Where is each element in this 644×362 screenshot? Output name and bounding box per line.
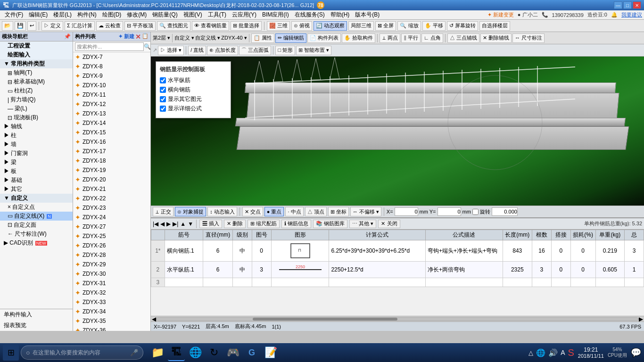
taskbar-app-browser[interactable]: 🌐	[187, 344, 204, 361]
comp-item-zdyx29[interactable]: ✦ZDYX-29	[73, 260, 150, 269]
comp-item-zdyx31[interactable]: ✦ZDYX-31	[73, 279, 150, 288]
comp-item-zdyx33[interactable]: ✦ZDYX-33	[73, 297, 150, 307]
btn-comp-list[interactable]: 📄 构件列表	[307, 33, 341, 43]
single-component-input[interactable]: 单构件输入	[0, 309, 73, 320]
sidebar-item-other[interactable]: ▶ 其它	[0, 185, 73, 194]
btn-dynamic-obs[interactable]: 🔄 动态观察	[314, 21, 347, 31]
sidebar-item-custom-face[interactable]: ⊡ 自定义面	[0, 221, 73, 230]
floor-dropdown[interactable]: 第2层 ▾	[153, 34, 170, 41]
taskbar-search[interactable]: ○ 在这里输入你要搜索的内容 🎤	[21, 346, 143, 360]
sidebar-item-custom-line[interactable]: ▭ 自定义线(X) N	[0, 212, 73, 221]
sidebar-item-slab[interactable]: ⊡现浇板(B)	[0, 113, 73, 122]
btn-select-floor[interactable]: 自选择楼层	[479, 21, 510, 31]
rebar-table-wrapper[interactable]: 筋号 直径(mm) 级别 图号 图形 计算公式 公式描述 长度(mm) 根数 搭…	[151, 230, 644, 316]
formula-1[interactable]: 6.25*d+39*d+300+39*d+6.25*d	[329, 240, 426, 262]
btn-top-view[interactable]: ⊙ 俯视	[291, 21, 312, 31]
menu-view[interactable]: 视图(V)	[181, 10, 205, 19]
taskbar-app-edit[interactable]: 📝	[262, 344, 279, 361]
length-1[interactable]: 843	[503, 240, 532, 262]
select-dropdown[interactable]: ▷ 选择 ▾	[158, 46, 184, 55]
y-input[interactable]	[438, 207, 461, 216]
btn-line[interactable]: / 直线	[188, 46, 206, 55]
btn-save[interactable]: 💾	[15, 21, 26, 31]
menu-floor[interactable]: 楼层(L)	[50, 10, 74, 19]
3d-canvas[interactable]: X Y Z 钢筋显示控制面板 水平纵筋	[151, 57, 644, 206]
length-2[interactable]: 2325	[503, 262, 532, 278]
comp-item-zdyx24[interactable]: ✦ZDYX-24	[73, 213, 150, 222]
btn-3d[interactable]: 🧱 三维	[267, 21, 290, 31]
btn-no-offset[interactable]: ↔ 不偏移 ▾	[350, 207, 381, 216]
menu-draw[interactable]: 绘图(D)	[99, 10, 124, 19]
btn-three-point-aux[interactable]: △ 三点辅线	[447, 33, 479, 43]
fig-num-2[interactable]: 3	[252, 262, 271, 278]
btn-coord[interactable]: ⊞ 坐标	[328, 207, 349, 216]
comp-item-zdyx20[interactable]: ✦ZDYX-20	[73, 175, 150, 184]
splice-1[interactable]: 0	[551, 240, 570, 262]
comp-item-zdyx11[interactable]: ✦ZDYX-11	[73, 90, 150, 99]
sidebar-item-shear-wall[interactable]: |剪力墙(Q)	[0, 95, 73, 104]
maximize-button[interactable]: □	[623, 1, 632, 9]
formula-3[interactable]	[329, 278, 426, 287]
sidebar-item-col[interactable]: ▶ 柱	[0, 131, 73, 140]
comp-item-zdyx22[interactable]: ✦ZDYX-22	[73, 194, 150, 203]
gd-icon[interactable]: ● 广小二	[518, 11, 538, 18]
rotate-checkbox[interactable]	[472, 209, 479, 215]
menu-modify[interactable]: 修改(M)	[124, 10, 149, 19]
zdyx-dropdown[interactable]: ZDYX-40 ▾	[221, 35, 247, 41]
sidebar-item-jichu[interactable]: ▶ 基础	[0, 176, 73, 185]
btn-open-folder[interactable]: 📂	[2, 21, 13, 31]
taskbar-app-refresh[interactable]: ↻	[206, 344, 223, 361]
tray-network-icon[interactable]: 🌐	[536, 348, 545, 357]
copy-comp-btn[interactable]: 📋	[142, 33, 149, 41]
loss-2[interactable]: 0	[570, 262, 595, 278]
btn-other[interactable]: ⋯ 其他 ▾	[349, 220, 376, 228]
btn-parallel[interactable]: ∥ 平行	[401, 33, 421, 43]
length-3[interactable]	[503, 278, 532, 287]
custom-dropdown[interactable]: 自定义 ▾	[174, 34, 194, 41]
comp-item-zdyx8[interactable]: ✦ZDYX-8	[73, 62, 150, 71]
sidebar-item-foundation[interactable]: ⊟桩承基础(M)	[0, 77, 73, 86]
next-next-btn[interactable]: ▶|	[173, 221, 178, 227]
sidebar-item-beam[interactable]: —梁(L)	[0, 104, 73, 113]
count-2[interactable]: 3	[532, 262, 551, 278]
sidebar-item-project[interactable]: 工程设置	[0, 41, 73, 50]
table-row[interactable]: 2 水平纵筋.1 6 中 3 2250	[151, 262, 644, 278]
comp-item-zdyx10[interactable]: ✦ZDYX-10	[73, 81, 150, 90]
sidebar-item-custom-point[interactable]: × 自定义点	[0, 203, 73, 212]
rebar-option-show-formula[interactable]: 显示详细公式	[160, 105, 227, 113]
rebar-option-transverse[interactable]: 横向钢筋	[160, 86, 227, 94]
sidebar-item-dim-mark[interactable]: ← 尺寸标注(W)	[0, 230, 73, 239]
menu-cloud[interactable]: 云应用(Y)	[229, 10, 259, 19]
btn-key-point[interactable]: ● 重点	[264, 207, 284, 216]
scroll-thumb[interactable]	[253, 318, 397, 321]
btn-point-angle[interactable]: ∟ 点角	[421, 33, 443, 43]
comp-item-zdyx23[interactable]: ✦ZDYX-23	[73, 203, 150, 213]
comp-item-zdyx28[interactable]: ✦ZDYX-28	[73, 250, 150, 260]
splice-3[interactable]	[551, 278, 570, 287]
x-input[interactable]	[395, 207, 418, 216]
formula-2[interactable]: 2250+12.5*d	[329, 262, 426, 278]
comp-item-zdyx16[interactable]: ✦ZDYX-16	[73, 137, 150, 147]
btn-screen-rotate[interactable]: ↺ 屏幕旋转	[447, 21, 478, 31]
btn-dynamic-input[interactable]: ↕ 动态输入	[207, 207, 237, 216]
btn-intersect[interactable]: ✕ 交点	[242, 207, 263, 216]
comp-item-zdyx12[interactable]: ✦ZDYX-12	[73, 99, 150, 109]
btn-close-rebar[interactable]: ✕ 关闭	[378, 220, 400, 228]
sidebar-item-axis[interactable]: ⊞轴网(T)	[0, 68, 73, 77]
menu-version[interactable]: 版本号(B)	[352, 10, 382, 19]
sidebar-item-cad[interactable]: ▶ CAD识别 NEW	[0, 239, 73, 247]
comp-item-zdyx34[interactable]: ✦ZDYX-34	[73, 307, 150, 316]
btn-ortho[interactable]: ⊥ 正交	[153, 207, 173, 216]
btn-sum[interactable]: Σ 汇总计算	[65, 21, 95, 31]
comp-item-zdyx19[interactable]: ✦ZDYX-19	[73, 165, 150, 175]
btn-delete-row[interactable]: ✕ 删除	[224, 220, 246, 228]
btn-snap[interactable]: ⊙ 对象捕捉	[175, 207, 206, 216]
delete-comp-btn[interactable]: ✕	[135, 33, 141, 41]
new-comp-btn[interactable]: ✦ 新建	[118, 33, 134, 41]
count-1[interactable]: 16	[532, 240, 551, 262]
btn-view-rebar[interactable]: 👁 查看钢筋量	[192, 21, 229, 31]
btn-insert-row[interactable]: ☰ 插入	[199, 220, 222, 228]
report-preview[interactable]: 报表预览	[0, 320, 73, 331]
horizontal-scrollbar[interactable]: ◀ ▶	[151, 316, 644, 321]
menu-online[interactable]: 在线服务(S)	[292, 10, 328, 19]
